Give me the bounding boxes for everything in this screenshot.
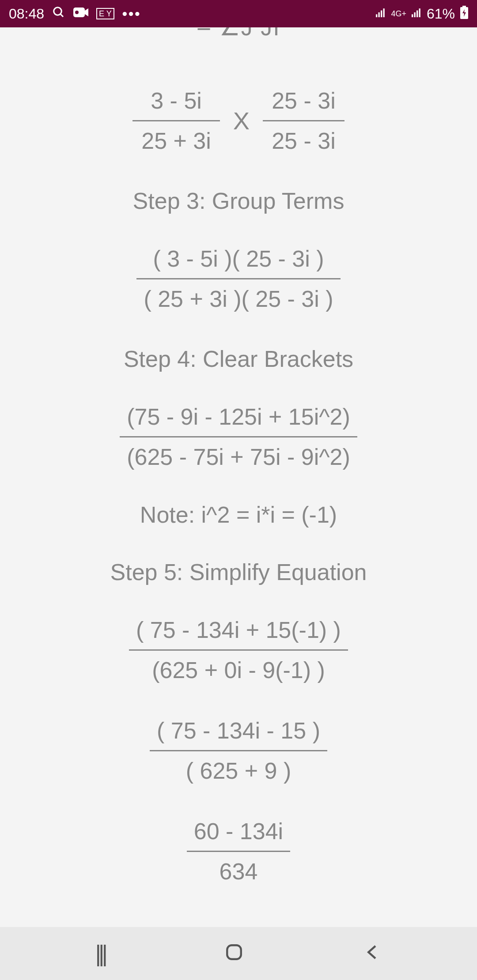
- home-button[interactable]: [225, 940, 243, 967]
- numerator: ( 3 - 5i )( 25 - 3i ): [146, 243, 331, 275]
- svg-rect-12: [462, 6, 466, 7]
- search-icon: [52, 6, 65, 22]
- denominator: ( 25 + 3i )( 25 - 3i ): [136, 283, 340, 315]
- status-bar: 08:48 E Y ••• 4G+ 61%: [0, 0, 477, 27]
- step-5a-fraction: ( 75 - 134i + 15(-1) ) (625 + 0i - 9(-1)…: [129, 614, 348, 686]
- svg-rect-9: [414, 12, 415, 17]
- svg-rect-4: [376, 14, 377, 17]
- svg-rect-14: [227, 945, 242, 959]
- data-icon: 4G+: [391, 9, 406, 19]
- note-text: Note: i^2 = i*i = (-1): [140, 501, 337, 528]
- partial-cutoff: ‒ ∠J JI: [197, 27, 280, 41]
- denominator: 25 + 3i: [132, 125, 220, 157]
- step-5-title: Step 5: Simplify Equation: [110, 559, 367, 585]
- fraction-bar: [120, 436, 357, 437]
- fraction-bar: [263, 120, 344, 121]
- step-3-fraction: ( 3 - 5i )( 25 - 3i ) ( 25 + 3i )( 25 - …: [136, 243, 340, 315]
- fraction-bar: [150, 750, 327, 751]
- fraction-multiplication: 3 - 5i 25 + 3i X 25 - 3i 25 - 3i: [132, 85, 344, 157]
- fraction-left: 3 - 5i 25 + 3i: [132, 85, 220, 157]
- numerator: 25 - 3i: [263, 85, 344, 117]
- svg-point-3: [75, 11, 79, 14]
- battery-percent: 61%: [427, 6, 455, 22]
- denominator: ( 625 + 9 ): [179, 755, 298, 787]
- fraction-bar: [129, 649, 348, 651]
- denominator: 634: [212, 856, 265, 887]
- numerator: (75 - 9i - 125i + 15i^2): [120, 401, 357, 433]
- more-icon: •••: [122, 6, 141, 22]
- main-content[interactable]: ‒ ∠J JI 3 - 5i 25 + 3i X 25 - 3i 25 - 3i…: [0, 27, 477, 927]
- svg-rect-8: [412, 14, 413, 17]
- fraction-bar: [187, 851, 290, 852]
- fraction-right: 25 - 3i 25 - 3i: [263, 85, 344, 157]
- numerator: ( 75 - 134i + 15(-1) ): [129, 614, 348, 646]
- camera-icon: [73, 6, 88, 21]
- step-5c-fraction: 60 - 134i 634: [187, 815, 290, 887]
- numerator: 3 - 5i: [142, 85, 211, 117]
- svg-line-1: [61, 14, 63, 16]
- status-left: 08:48 E Y •••: [9, 6, 141, 22]
- svg-rect-6: [381, 11, 382, 17]
- denominator: (625 - 75i + 75i - 9i^2): [120, 441, 357, 473]
- clock: 08:48: [9, 6, 44, 22]
- svg-rect-11: [419, 8, 420, 17]
- signal-icon-2: [412, 8, 421, 20]
- fraction-bar: [132, 120, 220, 121]
- signal-icon-1: [376, 8, 386, 20]
- svg-rect-2: [73, 8, 85, 17]
- svg-rect-10: [416, 11, 418, 17]
- step-5b-fraction: ( 75 - 134i - 15 ) ( 625 + 9 ): [150, 715, 327, 787]
- svg-rect-5: [379, 12, 380, 17]
- numerator: 60 - 134i: [187, 815, 290, 847]
- denominator: 25 - 3i: [263, 125, 344, 157]
- battery-icon: [460, 6, 468, 22]
- denominator: (625 + 0i - 9(-1) ): [145, 654, 332, 686]
- navigation-bar: |||: [0, 927, 477, 980]
- step-4-title: Step 4: Clear Brackets: [124, 346, 353, 372]
- recents-button[interactable]: |||: [95, 940, 106, 967]
- svg-rect-7: [383, 8, 385, 17]
- status-right: 4G+ 61%: [376, 6, 468, 22]
- back-button[interactable]: [363, 940, 382, 967]
- step-3-title: Step 3: Group Terms: [133, 188, 344, 214]
- step-4-fraction: (75 - 9i - 125i + 15i^2) (625 - 75i + 75…: [120, 401, 357, 473]
- fraction-bar: [136, 278, 340, 279]
- svg-point-0: [54, 7, 62, 15]
- numerator: ( 75 - 134i - 15 ): [150, 715, 327, 746]
- reader-icon: E Y: [96, 8, 114, 19]
- multiply-symbol: X: [233, 106, 250, 135]
